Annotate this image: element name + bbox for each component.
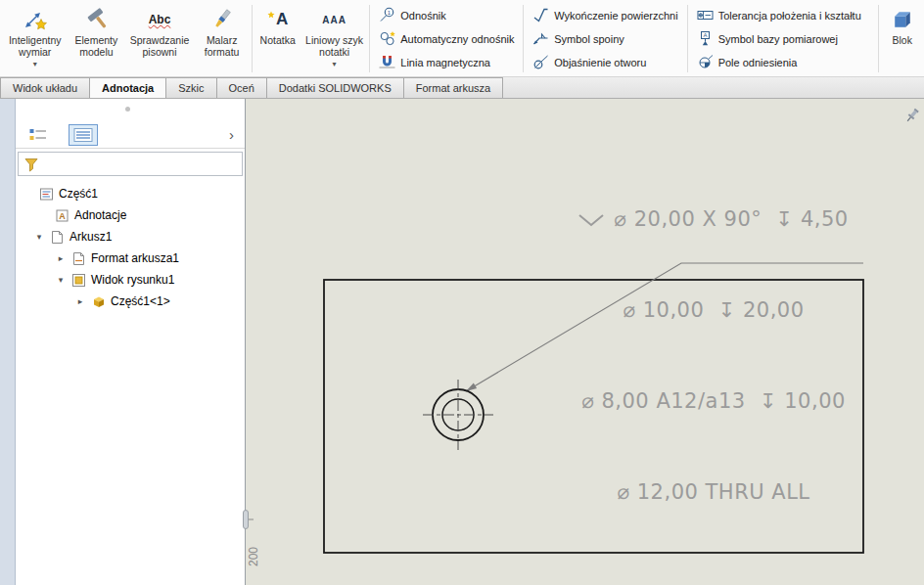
tab-annotation[interactable]: Adnotacja <box>89 77 166 98</box>
format-painter-button[interactable]: Malarz formatu <box>196 2 249 75</box>
note-button[interactable]: A Notatka <box>255 2 300 75</box>
tree-item-part-instance[interactable]: ▸ Część1<1> <box>16 291 245 312</box>
balloon-button[interactable]: 1 Odnośnik <box>372 4 521 27</box>
expander-icon[interactable]: ▾ <box>55 275 67 285</box>
smart-dimension-icon <box>23 5 48 34</box>
tree-item-drawing-view1[interactable]: ▾ Widok rysunku1 <box>16 269 245 291</box>
weld-symbol-label: Symbol spoiny <box>554 33 624 45</box>
surface-finish-button[interactable]: Wykończenie powierzchni <box>526 4 684 27</box>
ribbon-separator <box>369 5 370 72</box>
tree-filter-input[interactable] <box>18 152 243 176</box>
drag-dot-icon <box>125 107 130 112</box>
left-edge-strip <box>0 99 16 585</box>
note-label: Notatka <box>260 34 296 46</box>
panel-drag-handle[interactable] <box>16 99 245 122</box>
datum-feature-button[interactable]: A Symbol bazy pomiarowej <box>690 27 876 51</box>
model-items-label: Elementy modelu <box>71 34 120 59</box>
balloon-icon: 1 <box>379 7 395 23</box>
ribbon-column-balloons: 1 Odnośnik Automatyczny odnośnik <box>372 1 521 76</box>
linear-note-pattern-button[interactable]: AAA Liniowy szyk notatki ▾ <box>302 2 366 75</box>
tab-layout-view[interactable]: Widok układu <box>0 77 90 98</box>
svg-text:A: A <box>59 211 66 221</box>
annotations-folder-icon: A <box>55 208 69 223</box>
linear-note-pattern-label: Liniowy szyk notatki <box>305 34 363 59</box>
surface-finish-icon <box>532 7 549 23</box>
model-items-button[interactable]: Elementy modelu <box>69 2 123 75</box>
geometric-tolerance-button[interactable]: Tolerancja położenia i kształtu <box>690 4 876 27</box>
part-outline <box>324 280 863 553</box>
panel-tab-row: › <box>16 122 245 149</box>
svg-text:A: A <box>703 32 707 38</box>
tree-item-label: Część1<1> <box>111 294 170 308</box>
graphics-area[interactable]: ⌀ 20,00 X 90° ↧ 4,50 ⌀ 10,00 ↧ 20,00 ⌀ 8… <box>246 99 924 585</box>
tree-item-label: Część1 <box>59 187 98 201</box>
sheet-icon <box>50 230 65 245</box>
tree-item-sheet1[interactable]: ▾ Arkusz1 <box>16 226 245 248</box>
balloon-label: Odnośnik <box>400 10 445 22</box>
format-painter-icon <box>209 5 235 34</box>
datum-target-label: Pole odniesienia <box>718 57 798 68</box>
weld-symbol-button[interactable]: Symbol spoiny <box>526 27 684 51</box>
ribbon-separator <box>687 5 688 72</box>
hole-callout-button[interactable]: Objaśnienie otworu <box>526 51 684 74</box>
note-icon: A <box>267 5 288 34</box>
leader-arrowhead <box>466 383 477 391</box>
feature-tree-tab-button[interactable] <box>23 124 53 146</box>
tab-sheet-format[interactable]: Format arkusza <box>403 77 503 98</box>
block-label: Blok <box>893 34 912 46</box>
tab-evaluate[interactable]: Oceń <box>216 77 267 98</box>
display-pane-tab-button[interactable] <box>69 124 98 146</box>
datum-target-icon <box>697 54 714 70</box>
smart-dimension-button[interactable]: Inteligentny wymiar ▾ <box>3 2 67 75</box>
drawing-document-icon <box>39 187 54 202</box>
collapse-panel-button[interactable]: › <box>226 128 237 142</box>
tree-item-annotations[interactable]: A Adnotacje <box>16 204 245 226</box>
dropdown-caret-icon[interactable]: ▾ <box>33 61 37 68</box>
datum-target-button[interactable]: Pole odniesienia <box>690 51 876 74</box>
expander-icon[interactable]: ▾ <box>33 232 45 242</box>
feature-tree-icon <box>28 127 48 143</box>
auto-balloon-button[interactable]: Automatyczny odnośnik <box>372 27 521 51</box>
expander-icon[interactable]: ▸ <box>55 253 67 263</box>
magnetic-line-button[interactable]: Linia magnetyczna <box>372 51 521 74</box>
tab-solidworks-addins[interactable]: Dodatki SOLIDWORKS <box>266 77 404 98</box>
magnetic-line-label: Linia magnetyczna <box>400 57 490 68</box>
surface-finish-label: Wykończenie powierzchni <box>554 10 677 22</box>
part-icon <box>91 294 106 309</box>
solidworks-window: Inteligentny wymiar ▾ Elementy modelu Ab… <box>0 0 924 585</box>
feature-tree: Część1 A Adnotacje ▾ Arkusz1 <box>16 176 245 312</box>
star-icon <box>267 11 275 19</box>
tree-item-part-doc[interactable]: Część1 <box>16 183 245 204</box>
block-button[interactable]: Blok <box>882 2 923 75</box>
sheet-format-icon <box>71 251 86 266</box>
command-manager-ribbon: Inteligentny wymiar ▾ Elementy modelu Ab… <box>0 0 924 76</box>
tree-item-label: Adnotacje <box>74 208 126 222</box>
model-items-icon <box>83 5 109 34</box>
hole-callout-icon <box>532 54 549 70</box>
spell-check-button[interactable]: Abc Sprawdzanie pisowni <box>125 2 193 75</box>
tree-item-label: Widok rysunku1 <box>91 273 174 287</box>
tree-item-sheet-format1[interactable]: ▸ Format arkusza1 <box>16 248 245 269</box>
expander-icon[interactable]: ▸ <box>74 296 86 306</box>
magnetic-line-icon <box>379 54 395 70</box>
tree-item-label: Arkusz1 <box>69 230 112 244</box>
tab-sketch[interactable]: Szkic <box>165 77 216 98</box>
block-icon <box>893 5 912 34</box>
drawing-view-icon <box>71 273 86 288</box>
dropdown-caret-icon[interactable]: ▾ <box>333 61 337 68</box>
ribbon-column-datums: Tolerancja położenia i kształtu A Symbol… <box>690 1 876 76</box>
tree-item-label: Format arkusza1 <box>91 251 179 265</box>
spell-check-icon: Abc <box>149 5 171 34</box>
hole-callout-label: Objaśnienie otworu <box>554 57 646 68</box>
format-painter-label: Malarz formatu <box>199 34 246 59</box>
panel-splitter-grip[interactable] <box>243 510 249 529</box>
ribbon-separator <box>252 5 253 72</box>
display-pane-icon <box>73 127 93 143</box>
content-area: › Część1 <box>0 99 924 585</box>
auto-balloon-label: Automatyczny odnośnik <box>400 33 514 45</box>
ribbon-separator <box>878 5 879 72</box>
ribbon-separator <box>523 5 524 72</box>
pushpin-icon[interactable] <box>903 107 921 124</box>
ribbon-column-symbols: Wykończenie powierzchni Symbol spoiny Ob… <box>526 1 684 76</box>
weld-symbol-icon <box>532 30 549 47</box>
